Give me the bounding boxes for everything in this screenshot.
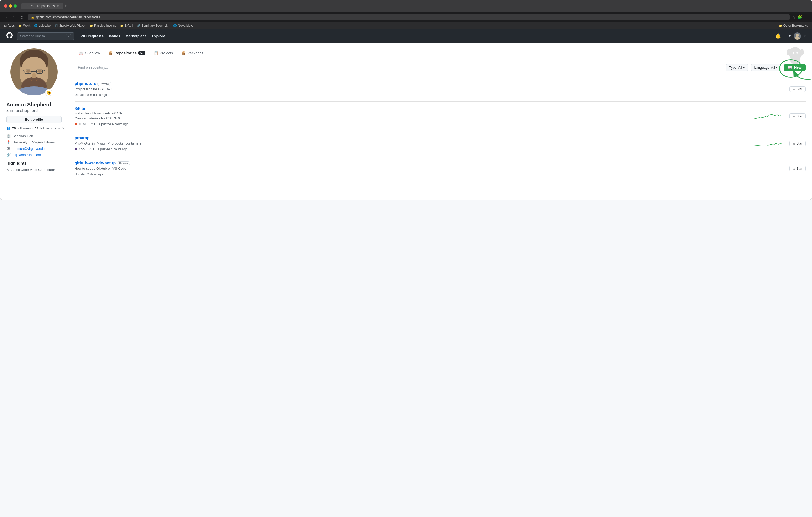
forward-button[interactable]: › — [11, 14, 16, 20]
svg-point-21 — [793, 52, 794, 54]
address-actions: ☆ 🧩 ⋮ — [792, 15, 808, 19]
nav-pull-requests[interactable]: Pull requests — [81, 34, 104, 38]
avatar-section: 😊 — [6, 48, 62, 97]
nav-issues[interactable]: Issues — [109, 34, 120, 38]
nav-explore[interactable]: Explore — [152, 34, 165, 38]
svg-point-19 — [787, 49, 791, 55]
star-vscode-button[interactable]: ☆ Star — [789, 166, 806, 172]
following-count[interactable]: 11 — [35, 126, 38, 130]
link-icon: 🔗 — [6, 153, 10, 157]
stars-stat-pmamp: ☆ 1 — [89, 147, 94, 151]
repo-name-pmamp[interactable]: pmamp — [75, 136, 89, 140]
github-nav: Pull requests Issues Marketplace Explore — [81, 34, 165, 38]
profile-meta: 🏢 Scholars' Lab 📍 University of Virginia… — [6, 134, 62, 157]
new-repo-button[interactable]: 📖 New — [784, 64, 806, 71]
avatar-emoji: 😊 — [47, 91, 51, 95]
repo-name-340br[interactable]: 340br — [75, 107, 86, 111]
language-filter-button[interactable]: Language: All ▾ — [751, 64, 781, 71]
tab-close-icon[interactable]: ✕ — [57, 5, 59, 7]
create-button[interactable]: ＋ ▾ — [784, 34, 790, 38]
notifications-button[interactable]: 🔔 — [775, 33, 781, 39]
repo-search-input[interactable] — [75, 63, 723, 71]
nav-marketplace[interactable]: Marketplace — [125, 34, 147, 38]
address-bar: ‹ › ↻ 🔒 github.com/ammonshepherd?tab=rep… — [0, 12, 812, 23]
language-label: Language: All — [754, 66, 775, 69]
minimize-button[interactable] — [9, 4, 12, 7]
tab-projects[interactable]: 📋 Projects — [150, 48, 177, 58]
active-tab[interactable]: ⟳ Your Repositories ✕ — [22, 3, 63, 9]
url-text: github.com/ammonshepherd?tab=repositorie… — [36, 16, 100, 19]
repos-icon: 📦 — [108, 51, 113, 55]
repo-meta-phpmotors: Updated 8 minutes ago — [75, 93, 789, 97]
refresh-button[interactable]: ↻ — [19, 14, 25, 20]
type-filter-button[interactable]: Type: All ▾ — [726, 64, 748, 71]
repo-badge-phpmotors: Private — [97, 82, 111, 86]
meta-org: 🏢 Scholars' Lab — [6, 134, 62, 138]
projects-icon: 📋 — [154, 51, 158, 55]
star-pmamp-button[interactable]: ☆ Star — [789, 141, 806, 146]
bookmark-spotify[interactable]: 🎵 Spotify Web Player — [54, 24, 86, 27]
github-logo[interactable] — [6, 32, 12, 40]
location-icon: 📍 — [6, 140, 10, 144]
email-icon: ✉ — [6, 146, 10, 151]
bookmark-work[interactable]: 📁 Work — [18, 24, 30, 27]
bookmark-seminary[interactable]: 🔗 Seminary Zoom Li... — [137, 24, 170, 27]
highlights-section: Highlights ✳ Arctic Code Vault Contribut… — [6, 161, 62, 172]
star-icon[interactable]: ☆ — [792, 15, 795, 19]
header-actions: 🔔 ＋ ▾ ▾ — [775, 32, 806, 40]
repo-toolbar: Type: All ▾ Language: All ▾ 📖 New — [75, 63, 806, 71]
profile-tabs: 📖 Overview 📦 Repositories 59 📋 Projects … — [75, 48, 806, 58]
location-text: University of Virginia Library — [12, 140, 55, 144]
maximize-button[interactable] — [13, 4, 17, 7]
followers-count[interactable]: 20 — [12, 126, 16, 130]
bookmark-other[interactable]: 📁 Other Bookmarks — [779, 24, 808, 27]
email-text[interactable]: ammon@virginia.edu — [12, 147, 45, 151]
lang-dot-css — [75, 148, 77, 150]
svg-point-1 — [796, 34, 799, 37]
repo-name-github-vscode-setup[interactable]: github-vscode-setup — [75, 161, 116, 165]
tab-overview[interactable]: 📖 Overview — [75, 48, 104, 58]
bookmark-novalidate[interactable]: 🌐 NoValidate — [173, 24, 193, 27]
search-input[interactable]: Search or jump to... / — [17, 32, 74, 40]
repo-meta-github-vscode-setup: Updated 2 days ago — [75, 173, 789, 176]
repo-item-phpmotors: phpmotors Private Project files for CSE … — [75, 77, 806, 102]
tabs-header-area: 📖 Overview 📦 Repositories 59 📋 Projects … — [75, 48, 806, 58]
back-button[interactable]: ‹ — [4, 14, 9, 20]
new-book-icon: 📖 — [788, 65, 792, 69]
new-tab-button[interactable]: + — [64, 3, 67, 9]
followers-label[interactable]: followers — [17, 126, 31, 130]
following-label[interactable]: following — [40, 126, 54, 130]
star-340br-button[interactable]: ☆ Star — [789, 114, 806, 119]
avatar-dropdown-icon[interactable]: ▾ — [804, 34, 806, 38]
extensions-icon[interactable]: 🧩 — [798, 15, 802, 19]
type-chevron-icon: ▾ — [743, 66, 745, 69]
bookmark-quietube[interactable]: 🌐 quietube — [34, 24, 51, 27]
packages-label: Packages — [187, 51, 203, 55]
profile-username: ammonshepherd — [6, 108, 62, 113]
new-button-wrapper: 📖 New — [784, 64, 806, 71]
meta-location: 📍 University of Virginia Library — [6, 140, 62, 144]
star-phpmotors-button[interactable]: ☆ Star — [789, 86, 806, 92]
star-icon: ☆ — [793, 87, 795, 91]
follow-stats: 👥 20 followers · 11 following · ☆ 5 — [6, 126, 62, 130]
website-text[interactable]: http://mossiso.com — [12, 153, 41, 157]
edit-profile-button[interactable]: Edit profile — [6, 116, 62, 123]
bookmark-passive[interactable]: 📁 Passive Income — [89, 24, 116, 27]
notification-dot — [779, 33, 781, 35]
svg-point-15 — [32, 73, 36, 79]
search-kbd: / — [66, 34, 71, 38]
bookmark-byu[interactable]: 📁 BYU-I — [120, 24, 133, 27]
tab-repositories[interactable]: 📦 Repositories 59 — [104, 48, 149, 58]
updated-phpmotors: Updated 8 minutes ago — [75, 93, 107, 97]
repo-item-pmamp: pmamp PhpMyAdmin, Mysql, Php docker cont… — [75, 131, 806, 156]
highlight-arctic: ✳ Arctic Code Vault Contributor — [6, 168, 62, 172]
tab-packages[interactable]: 📦 Packages — [177, 48, 207, 58]
repo-name-phpmotors[interactable]: phpmotors — [75, 81, 96, 86]
close-button[interactable] — [4, 4, 7, 7]
url-bar[interactable]: 🔒 github.com/ammonshepherd?tab=repositor… — [28, 14, 789, 20]
star-count-icon: ☆ — [89, 147, 92, 151]
menu-icon[interactable]: ⋮ — [804, 15, 808, 19]
user-avatar[interactable] — [794, 32, 801, 40]
profile-name: Ammon Shepherd — [6, 102, 62, 108]
bookmark-apps[interactable]: ⊞ Apps — [4, 24, 14, 27]
